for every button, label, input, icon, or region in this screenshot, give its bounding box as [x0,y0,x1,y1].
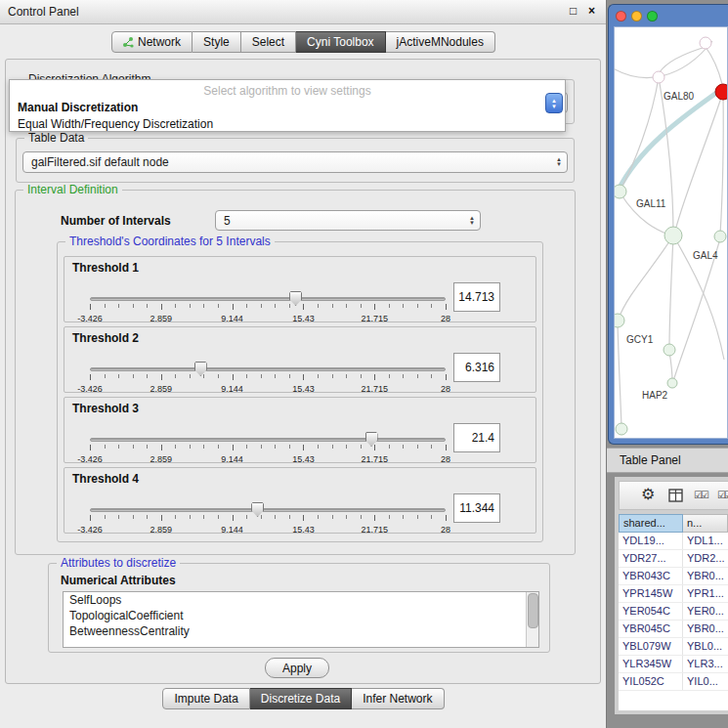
threshold-slider[interactable]: -3.4262.8599.14415.4321.71528 [90,499,446,535]
table-row[interactable]: YBR045CYBR0... [619,621,728,638]
table-row[interactable]: YLR345WYLR3... [619,656,728,673]
threshold-label: Threshold 3 [72,402,139,415]
network-node[interactable] [664,344,675,356]
algorithm-dropdown-popup: Select algorithm to view settings Manual… [9,79,566,132]
threshold-slider[interactable]: -3.4262.8599.14415.4321.71528 [90,359,446,394]
table-cell[interactable]: YDL1... [683,533,728,549]
columns-icon[interactable] [668,489,683,502]
network-node[interactable] [667,378,677,388]
tick-mark [403,515,404,519]
scrollbar-thumb[interactable] [528,593,538,628]
tick-label: 15.43 [292,384,315,394]
scrollbar[interactable] [526,592,538,647]
table-cell[interactable]: YDL19... [619,533,683,549]
table-cell[interactable]: YIL0... [683,673,728,690]
table-cell[interactable]: YBR045C [619,621,683,637]
table-row[interactable]: YER054CYER0... [619,603,728,621]
network-node[interactable] [615,314,624,327]
tick-mark [218,304,219,308]
table-cell[interactable]: YPR1... [683,585,728,602]
tab-discretize-data[interactable]: Discretize Data [250,688,352,709]
table-cell[interactable]: YDR2... [683,550,728,567]
close-icon[interactable]: × [584,4,599,19]
threshold-slider[interactable]: -3.4262.8599.14415.4321.71528 [90,288,446,323]
algorithm-option-equal-width[interactable]: Equal Width/Frequency Discretization [10,117,565,131]
attribute-list-item[interactable]: TopologicalCoefficient [64,608,538,623]
table-cell[interactable]: YBR043C [619,568,683,584]
network-icon [123,37,134,48]
tab-network[interactable]: Network [111,31,193,53]
table-cell[interactable]: YBR0... [683,568,728,584]
network-canvas[interactable]: GAL80GAL11GAL4GCY1HAP2 [614,26,728,439]
slider-track[interactable] [90,367,446,371]
slider-track[interactable] [90,297,446,301]
tab-jactivemnodules[interactable]: jActiveMNodules [386,31,495,53]
network-node[interactable] [616,423,627,435]
control-panel-window: Control Panel □ × Network Style Select C… [0,0,607,728]
tick-mark [233,304,234,310]
table-data-combobox[interactable]: galFiltered.sif default node ▲▼ [22,151,568,173]
column-header-name[interactable]: n... [683,514,728,533]
table-row[interactable]: YPR145WYPR1... [619,585,728,603]
combobox-stepper[interactable]: ▲ ▼ [545,93,563,113]
column-header-shared[interactable]: shared... [619,514,683,533]
tick-mark [233,374,234,380]
tick-mark [133,304,134,308]
threshold-value-field[interactable]: 11.344 [453,493,500,523]
tab-select[interactable]: Select [241,31,296,53]
network-node[interactable] [700,37,711,49]
slider-track[interactable] [90,508,446,512]
close-traffic-light[interactable] [616,11,626,21]
restore-icon[interactable]: □ [566,4,580,19]
slider-tick-labels: -3.4262.8599.14415.4321.71528 [90,314,446,323]
minimize-traffic-light[interactable] [631,11,642,21]
table-cell[interactable]: YLR3... [683,656,728,672]
table-cell[interactable]: YER054C [619,603,683,620]
attribute-list-item[interactable]: BetweennessCentrality [64,623,538,639]
gear-icon[interactable]: ⚙ [641,485,655,503]
table-cell[interactable]: YBR0... [683,621,728,637]
table-cell[interactable]: YLR345W [619,656,683,672]
table-row[interactable]: YBL079WYBL0... [619,638,728,656]
tab-label: Infer Network [363,692,432,706]
attributes-list[interactable]: SelfLoopsTopologicalCoefficientBetweenne… [63,591,539,648]
tab-infer-network[interactable]: Infer Network [352,688,444,709]
table-cell[interactable]: YBL079W [619,638,683,655]
threshold-value-field[interactable]: 21.4 [453,423,500,452]
network-node[interactable] [615,185,626,198]
network-node[interactable] [714,231,726,242]
table-cell[interactable]: YDR27... [619,550,683,567]
table-row[interactable]: YIL052CYIL0... [619,673,728,691]
attribute-list-item[interactable]: SelfLoops [64,592,538,608]
threshold-slider[interactable]: -3.4262.8599.14415.4321.71528 [90,429,446,464]
table-cell[interactable]: YBL0... [683,638,728,655]
table-cell[interactable]: YPR145W [619,585,683,602]
zoom-traffic-light[interactable] [647,11,658,21]
num-intervals-combobox[interactable]: 5 ▲▼ [215,210,481,231]
network-node[interactable] [664,227,682,244]
slider-track[interactable] [90,438,446,442]
tab-impute-data[interactable]: Impute Data [162,688,249,709]
tick-mark [275,304,276,308]
table-row[interactable]: YDR27...YDR2... [619,550,728,568]
tick-mark [175,445,176,449]
network-node[interactable] [715,84,728,100]
algorithm-option-manual[interactable]: Manual Discretization [10,101,565,114]
threshold-value-field[interactable]: 6.316 [453,353,500,382]
tab-cyni-toolbox[interactable]: Cyni Toolbox [296,31,385,53]
table-cell[interactable]: YIL052C [619,673,683,690]
table-cell[interactable]: YER0... [683,603,728,620]
tick-mark [161,374,162,380]
network-node[interactable] [653,71,664,83]
tick-mark [446,304,447,310]
select-all-icon[interactable]: ☑☑ [717,490,728,500]
tick-mark [361,515,362,519]
threshold-value-field[interactable]: 14.713 [453,282,500,312]
table-row[interactable]: YDL19...YDL1... [619,533,728,550]
tick-mark [261,445,262,449]
tick-mark [118,445,119,449]
apply-button[interactable]: Apply [265,658,329,678]
table-row[interactable]: YBR043CYBR0... [619,568,728,585]
tab-style[interactable]: Style [193,31,241,53]
select-rows-icon[interactable]: ☑☑ [694,490,707,500]
